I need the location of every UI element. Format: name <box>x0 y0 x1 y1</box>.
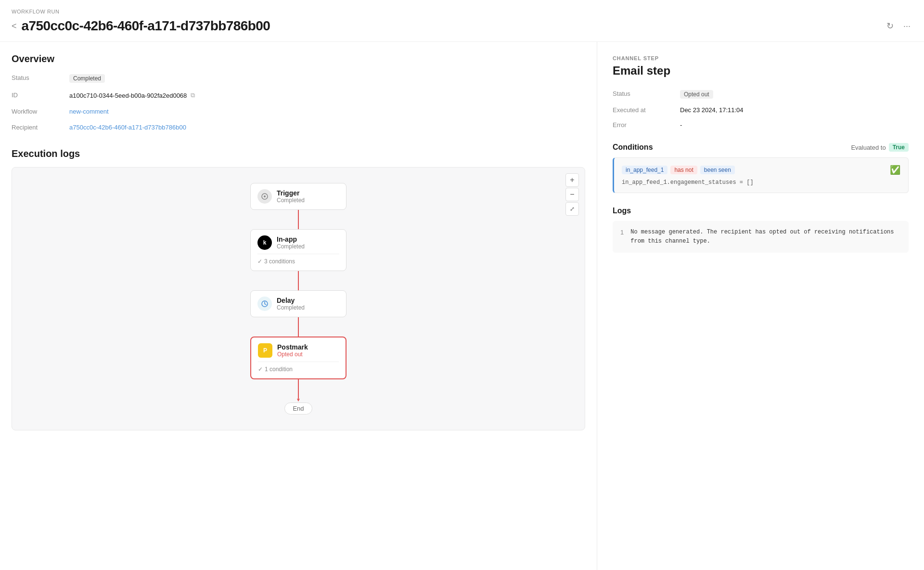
inapp-node-title: In-app <box>277 235 305 243</box>
delay-node[interactable]: Delay Completed <box>250 290 346 317</box>
trigger-node-subtitle: Completed <box>277 197 305 204</box>
conditions-check-icon: ✓ <box>257 258 262 265</box>
end-node: End <box>284 402 312 415</box>
trigger-node[interactable]: Trigger Completed <box>250 183 346 210</box>
condition-box: in_app_feed_1 has not been seen ✅ in_app… <box>613 157 909 193</box>
log-text: No message generated. The recipient has … <box>630 228 901 246</box>
delay-icon <box>257 297 272 311</box>
postmark-node-title: Postmark <box>277 343 308 351</box>
execution-logs-title: Execution logs <box>12 148 585 159</box>
inapp-node-subtitle: Completed <box>277 243 305 250</box>
flow-canvas: + − ⤢ Trigger Completed <box>12 167 585 430</box>
error-value: - <box>680 120 909 130</box>
logs-section: Logs 1 No message generated. The recipie… <box>613 207 909 253</box>
overview-title: Overview <box>12 53 585 65</box>
inapp-icon: k <box>257 235 272 250</box>
inapp-conditions-label: 3 conditions <box>264 258 295 265</box>
log-entry: 1 No message generated. The recipient ha… <box>613 221 909 253</box>
workflow-label: Workflow <box>12 106 69 117</box>
delay-node-title: Delay <box>277 297 305 304</box>
page-title: a750cc0c-42b6-460f-a171-d737bb786b00 <box>22 18 885 34</box>
more-options-button[interactable]: ··· <box>901 19 912 33</box>
executed-at-label: Executed at <box>613 105 680 115</box>
status-badge: Completed <box>69 74 105 83</box>
overview-section: Overview Status Completed ID a100c710-03… <box>12 53 585 133</box>
execution-logs-section: Execution logs + − ⤢ <box>12 148 585 430</box>
error-label: Error <box>613 120 680 130</box>
arrow-3 <box>298 317 299 337</box>
evaluated-to-label: Evaluated to <box>851 144 886 151</box>
conditions-title: Conditions <box>613 143 653 152</box>
id-value: a100c710-0344-5eed-b00a-902fa2ed0068 <box>69 92 187 99</box>
condition-code: in_app_feed_1.engagement_statuses = [] <box>622 179 900 186</box>
workflow-run-label: WORKFLOW RUN <box>0 0 924 16</box>
postmark-conditions-label: 1 condition <box>265 366 293 373</box>
trigger-node-title: Trigger <box>277 189 305 197</box>
back-button[interactable]: < <box>12 21 17 31</box>
log-number: 1 <box>620 228 624 246</box>
status-detail-label: Status <box>613 89 680 100</box>
check-circle-icon: ✅ <box>890 165 900 175</box>
postmark-node-subtitle: Opted out <box>277 351 308 358</box>
arrow-2 <box>298 271 299 290</box>
arrow-4 <box>298 379 299 399</box>
postmark-node[interactable]: P Postmark Opted out ✓ 1 condition <box>250 337 346 379</box>
logs-title: Logs <box>613 207 909 215</box>
executed-at-value: Dec 23 2024, 17:11:04 <box>680 105 909 115</box>
recipient-link[interactable]: a750cc0c-42b6-460f-a171-d737bb786b00 <box>69 124 186 131</box>
right-panel: CHANNEL STEP Email step Status Opted out… <box>597 42 924 570</box>
condition-tag: in_app_feed_1 <box>622 166 667 174</box>
channel-step-label: CHANNEL STEP <box>613 55 909 61</box>
delay-node-subtitle: Completed <box>277 304 305 311</box>
recipient-label: Recipient <box>12 122 69 133</box>
trigger-icon <box>257 189 272 204</box>
conditions-section: Conditions Evaluated to True in_app_feed… <box>613 143 909 193</box>
copy-icon[interactable]: ⧉ <box>191 91 195 99</box>
workflow-link[interactable]: new-comment <box>69 108 109 115</box>
zoom-in-button[interactable]: + <box>565 173 579 187</box>
arrow-1 <box>298 210 299 229</box>
opted-out-badge: Opted out <box>680 90 713 99</box>
svg-point-1 <box>264 195 266 197</box>
true-badge: True <box>889 143 909 152</box>
email-step-title: Email step <box>613 64 909 78</box>
inapp-node[interactable]: k In-app Completed ✓ 3 conditions <box>250 229 346 271</box>
postmark-icon: P <box>258 343 272 358</box>
zoom-out-button[interactable]: − <box>565 188 579 201</box>
id-label: ID <box>12 90 69 101</box>
status-label: Status <box>12 72 69 85</box>
condition-val: been seen <box>700 166 735 174</box>
refresh-button[interactable]: ↻ <box>885 19 896 33</box>
zoom-fit-button[interactable]: ⤢ <box>565 202 579 216</box>
postmark-check-icon: ✓ <box>258 366 263 373</box>
condition-op: has not <box>670 166 697 174</box>
